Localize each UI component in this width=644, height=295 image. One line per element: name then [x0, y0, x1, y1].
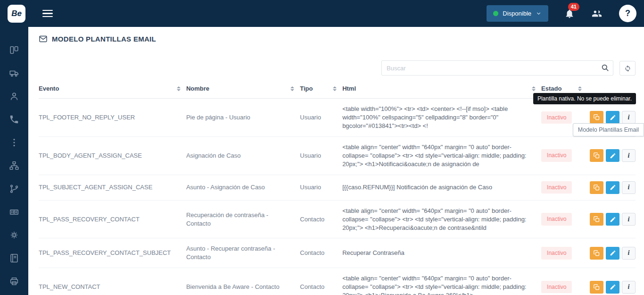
availability-dropdown[interactable]: Disponible: [487, 5, 548, 22]
sidebar-item-person[interactable]: [9, 91, 19, 101]
cell-estado: Inactivo: [541, 136, 587, 175]
info-icon: i: [628, 184, 630, 191]
sidebar-item-kanban[interactable]: [9, 45, 19, 55]
sidebar-item-phone[interactable]: [9, 114, 19, 125]
app-logo[interactable]: Be: [8, 5, 25, 23]
sidebar-item-gear[interactable]: [9, 230, 19, 240]
pencil-icon: [610, 250, 616, 256]
info-button[interactable]: i: [622, 247, 636, 260]
copy-button[interactable]: [590, 149, 603, 162]
column-header-nombre[interactable]: Nombre: [186, 79, 300, 99]
info-icon: i: [628, 249, 630, 257]
cell-estado: Inactivo: [541, 200, 587, 238]
copy-button[interactable]: [590, 181, 603, 194]
cell-html: [{{caso.REFNUM}}] Notificación de asigna…: [342, 175, 541, 200]
refresh-button[interactable]: [619, 61, 636, 76]
sort-icon[interactable]: [578, 86, 582, 91]
sidebar-item-org-chart[interactable]: [9, 160, 19, 171]
cell-html: <table width="100%"> <tr> <td> <center> …: [342, 99, 541, 137]
templates-table: EventoNombreTipoHtmlEstado TPL_FOOTER_NO…: [39, 79, 636, 295]
sort-icon[interactable]: [177, 86, 181, 91]
sidebar-item-truck[interactable]: [9, 68, 19, 78]
column-header-label: Estado: [541, 85, 561, 92]
column-header-label: Tipo: [300, 85, 313, 92]
phone-icon: [9, 114, 19, 125]
info-button[interactable]: i: [622, 181, 636, 194]
sidebar-item-branch[interactable]: [9, 184, 19, 194]
copy-icon: [593, 114, 600, 121]
info-icon: i: [628, 283, 630, 291]
email-templates-icon: [39, 34, 48, 43]
edit-button[interactable]: [606, 181, 619, 194]
edit-button[interactable]: [606, 213, 619, 226]
search-icon[interactable]: [601, 63, 610, 72]
info-button[interactable]: i: [622, 213, 636, 226]
help-button[interactable]: ?: [619, 5, 636, 22]
top-navbar: Be Disponible 41 ?: [0, 0, 644, 27]
column-header-evento[interactable]: Evento: [39, 79, 186, 99]
cell-tipo: Usuario: [300, 175, 342, 200]
refresh-icon: [624, 64, 632, 72]
cell-estado: Inactivo: [541, 238, 587, 268]
tooltip-module-title: Modelo Plantillas Email: [573, 123, 644, 136]
cell-actions: i: [587, 268, 636, 295]
people-icon: [591, 8, 603, 19]
sidebar-item-money[interactable]: [9, 207, 19, 217]
money-icon: [9, 207, 19, 217]
column-header-label: Nombre: [186, 85, 209, 92]
column-header-label: Html: [342, 85, 356, 92]
copy-icon: [593, 284, 600, 291]
cell-nombre: Pie de página - Usuario: [186, 99, 300, 137]
cell-nombre: Recuperación de contraseña - Contacto: [186, 200, 300, 238]
cell-nombre: Asunto - Recuperar contraseña - Contacto: [186, 238, 300, 268]
cell-html: Recuperar Contraseña: [342, 238, 541, 268]
status-badge: Inactivo: [541, 247, 572, 260]
cell-tipo: Contacto: [300, 238, 342, 268]
column-header-html[interactable]: Html: [342, 79, 541, 99]
sidebar-item-dots-vertical[interactable]: [9, 137, 19, 148]
notifications-button[interactable]: 41: [564, 8, 575, 19]
sort-icon[interactable]: [290, 86, 294, 91]
pencil-icon: [610, 216, 616, 223]
contacts-button[interactable]: [591, 8, 603, 19]
cell-html: <table align= "center" width= "640px" ma…: [342, 200, 541, 238]
info-icon: i: [628, 216, 630, 223]
cell-tipo: Contacto: [300, 268, 342, 295]
status-badge: Inactivo: [541, 111, 572, 124]
org-chart-icon: [9, 160, 19, 171]
search-input[interactable]: [381, 60, 613, 76]
edit-button[interactable]: [606, 111, 619, 124]
gear-icon: [9, 230, 19, 240]
cell-evento: TPL_FOOTER_NO_REPLY_USER: [39, 99, 186, 137]
copy-button[interactable]: [590, 213, 603, 226]
sort-icon[interactable]: [532, 86, 536, 91]
info-button[interactable]: i: [622, 111, 636, 124]
info-button[interactable]: i: [622, 149, 636, 162]
cell-estado: Inactivo: [541, 268, 587, 295]
sidebar-item-book[interactable]: [9, 253, 19, 263]
cell-tipo: Usuario: [300, 99, 342, 137]
menu-toggle-icon[interactable]: [42, 10, 53, 17]
sidebar-item-printer[interactable]: [9, 276, 19, 287]
book-icon: [9, 253, 19, 263]
cell-html: <table align= "center" width= "640px" ma…: [342, 136, 541, 175]
sort-icon[interactable]: [333, 86, 337, 91]
edit-button[interactable]: [606, 281, 619, 294]
status-badge: Inactivo: [541, 281, 572, 294]
copy-button[interactable]: [590, 281, 603, 294]
column-header-tipo[interactable]: Tipo: [300, 79, 342, 99]
copy-button[interactable]: [590, 247, 603, 260]
notification-badge: 41: [568, 3, 579, 11]
printer-icon: [9, 276, 19, 287]
page-title: MODELO PLANTILLAS EMAIL: [39, 34, 636, 43]
info-button[interactable]: i: [622, 281, 636, 294]
cell-actions: i: [587, 175, 636, 200]
edit-button[interactable]: [606, 149, 619, 162]
copy-button[interactable]: [590, 111, 603, 124]
copy-icon: [593, 216, 600, 223]
edit-button[interactable]: [606, 247, 619, 260]
chevron-down-icon: [536, 10, 542, 17]
cell-tipo: Contacto: [300, 200, 342, 238]
copy-icon: [593, 250, 600, 257]
table-row: TPL_PASS_RECOVERY_CONTACT_SUBJECTAsunto …: [39, 238, 636, 268]
